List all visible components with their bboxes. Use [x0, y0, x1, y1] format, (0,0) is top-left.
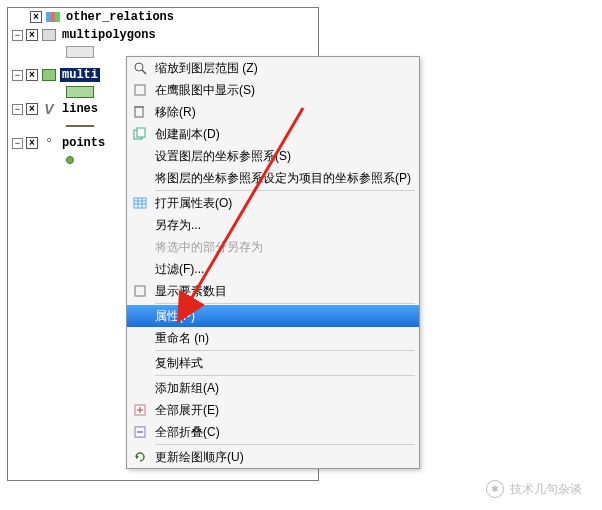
menu-label: 打开属性表(O)	[155, 195, 419, 212]
svg-rect-2	[135, 85, 145, 95]
collapse-icon[interactable]: −	[12, 70, 23, 81]
menu-properties[interactable]: 属性(P)	[127, 305, 419, 327]
watermark: ✱ 技术几句杂谈	[486, 480, 582, 498]
menu-label: 另存为...	[155, 217, 419, 234]
menu-save-as[interactable]: 另存为...	[127, 214, 419, 236]
point-layer-icon: °	[41, 135, 57, 151]
menu-separator	[155, 444, 415, 445]
menu-label: 创建副本(D)	[155, 126, 419, 143]
refresh-icon	[131, 448, 149, 466]
remove-icon	[131, 103, 149, 121]
menu-separator	[155, 375, 415, 376]
line-layer-icon: V	[41, 101, 57, 117]
svg-line-1	[142, 70, 146, 74]
watermark-text: 技术几句杂谈	[510, 481, 582, 498]
checkbox-icon[interactable]: ×	[26, 103, 38, 115]
collapse-icon[interactable]: −	[12, 138, 23, 149]
blank-icon	[131, 379, 149, 397]
collapse-icon	[131, 423, 149, 441]
blank-icon	[131, 307, 149, 325]
polygon-layer-icon	[41, 27, 57, 43]
layer-item-multipolygons[interactable]: − × multipolygons	[8, 26, 318, 44]
layer-label: lines	[60, 102, 100, 116]
menu-label: 在鹰眼图中显示(S)	[155, 82, 419, 99]
blank-icon	[131, 169, 149, 187]
blank-icon	[131, 216, 149, 234]
menu-update-drawing-order[interactable]: 更新绘图顺序(U)	[127, 446, 419, 468]
svg-point-0	[135, 63, 143, 71]
menu-separator	[155, 190, 415, 191]
menu-open-attribute-table[interactable]: 打开属性表(O)	[127, 192, 419, 214]
layer-label: other_relations	[64, 10, 176, 24]
menu-separator	[155, 350, 415, 351]
menu-label: 添加新组(A)	[155, 380, 419, 397]
menu-duplicate[interactable]: 创建副本(D)	[127, 123, 419, 145]
table-icon	[131, 194, 149, 212]
layer-label: multi	[60, 68, 100, 82]
blank-icon	[131, 354, 149, 372]
menu-label: 将图层的坐标参照系设定为项目的坐标参照系(P)	[155, 170, 419, 187]
menu-label: 属性(P)	[155, 308, 419, 325]
collapse-icon[interactable]: −	[12, 104, 23, 115]
checkbox-icon[interactable]: ×	[30, 11, 42, 23]
svg-rect-12	[135, 286, 145, 296]
menu-label: 移除(R)	[155, 104, 419, 121]
menu-rename[interactable]: 重命名 (n)	[127, 327, 419, 349]
menu-label: 更新绘图顺序(U)	[155, 449, 419, 466]
menu-label: 设置图层的坐标参照系(S)	[155, 148, 419, 165]
menu-label: 过滤(F)...	[155, 261, 419, 278]
svg-rect-7	[134, 198, 146, 208]
menu-set-project-crs[interactable]: 将图层的坐标参照系设定为项目的坐标参照系(P)	[127, 167, 419, 189]
menu-label: 复制样式	[155, 355, 419, 372]
menu-show-in-overview[interactable]: 在鹰眼图中显示(S)	[127, 79, 419, 101]
blank-icon	[131, 329, 149, 347]
expand-icon	[131, 401, 149, 419]
menu-copy-style[interactable]: 复制样式	[127, 352, 419, 374]
svg-rect-3	[135, 107, 143, 117]
menu-filter[interactable]: 过滤(F)...	[127, 258, 419, 280]
svg-rect-6	[137, 128, 145, 137]
menu-label: 显示要素数目	[155, 283, 419, 300]
blank-icon	[131, 238, 149, 256]
menu-show-feature-count[interactable]: 显示要素数目	[127, 280, 419, 302]
menu-set-layer-crs[interactable]: 设置图层的坐标参照系(S)	[127, 145, 419, 167]
menu-collapse-all[interactable]: 全部折叠(C)	[127, 421, 419, 443]
menu-remove[interactable]: 移除(R)	[127, 101, 419, 123]
svg-marker-18	[136, 454, 139, 459]
duplicate-icon	[131, 125, 149, 143]
checkbox-icon[interactable]: ×	[26, 69, 38, 81]
layer-label: multipolygons	[60, 28, 158, 42]
menu-label: 全部展开(E)	[155, 402, 419, 419]
checkbox-icon[interactable]: ×	[26, 29, 38, 41]
layer-item-other-relations[interactable]: × other_relations	[8, 8, 318, 26]
checkbox-empty-icon	[131, 282, 149, 300]
checkbox-icon[interactable]: ×	[26, 137, 38, 149]
menu-label: 全部折叠(C)	[155, 424, 419, 441]
menu-label: 缩放到图层范围 (Z)	[155, 60, 419, 77]
checkbox-empty-icon	[131, 81, 149, 99]
polygon-layer-icon	[41, 67, 57, 83]
menu-label: 将选中的部分另存为	[155, 239, 419, 256]
blank-icon	[131, 260, 149, 278]
menu-expand-all[interactable]: 全部展开(E)	[127, 399, 419, 421]
menu-add-group[interactable]: 添加新组(A)	[127, 377, 419, 399]
wechat-icon: ✱	[486, 480, 504, 498]
blank-icon	[131, 147, 149, 165]
menu-separator	[155, 303, 415, 304]
zoom-icon	[131, 59, 149, 77]
layer-context-menu: 缩放到图层范围 (Z) 在鹰眼图中显示(S) 移除(R) 创建副本(D) 设置图…	[126, 56, 420, 469]
layer-label: points	[60, 136, 107, 150]
menu-save-selection-as: 将选中的部分另存为	[127, 236, 419, 258]
menu-zoom-to-layer[interactable]: 缩放到图层范围 (Z)	[127, 57, 419, 79]
menu-label: 重命名 (n)	[155, 330, 419, 347]
layer-icon	[45, 9, 61, 25]
collapse-icon[interactable]: −	[12, 30, 23, 41]
